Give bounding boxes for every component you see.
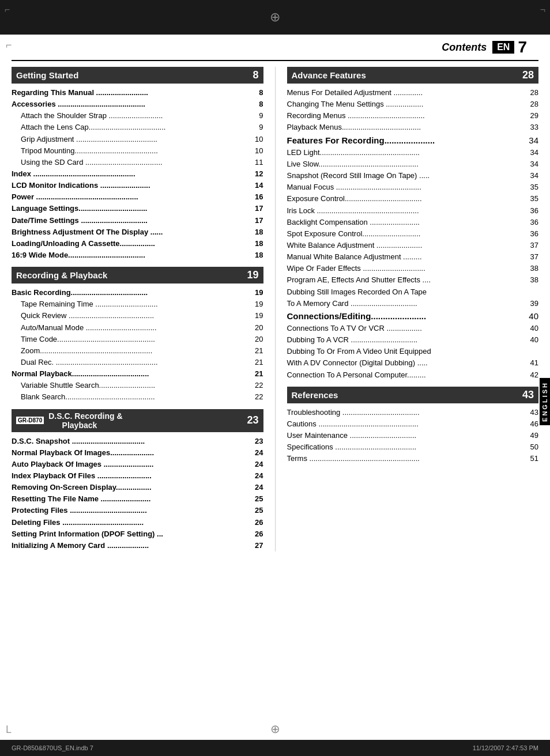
section-title-getting-started: Getting Started xyxy=(16,70,78,80)
corner-tl: ⌐ xyxy=(5,5,10,15)
toc-item: Troubleshooting ........................… xyxy=(287,407,539,418)
toc-item: Features For Recording..................… xyxy=(287,134,539,147)
toc-list-references: Troubleshooting ........................… xyxy=(287,407,539,465)
contents-header: Contents EN 7 xyxy=(12,35,538,61)
toc-list-dsc: D.S.C. Snapshot ........................… xyxy=(12,436,263,551)
toc-item: Regarding This Manual ..................… xyxy=(12,87,263,99)
section-page-recording: 19 xyxy=(247,269,258,281)
toc-item: Dubbing To A VCR .......................… xyxy=(287,334,539,346)
section-title-references: References xyxy=(292,390,338,400)
section-page-advance: 28 xyxy=(522,69,534,81)
toc-item: Blank Search............................… xyxy=(12,391,263,403)
toc-item: Terms ..................................… xyxy=(287,453,539,464)
toc-item: Index Playback Of Files ................… xyxy=(12,470,263,482)
toc-item: Snapshot (Record Still Image On Tape) ..… xyxy=(287,170,539,182)
toc-item: Auto Playback Of Images ................… xyxy=(12,459,263,470)
toc-item: Protecting Files .......................… xyxy=(12,505,263,516)
toc-item: Zoom....................................… xyxy=(12,345,263,357)
footer-bar: GR-D850&870US_EN.indb 7 11/12/2007 2:47:… xyxy=(0,740,550,756)
footer-right: 11/12/2007 2:47:53 PM xyxy=(473,744,538,751)
toc-item: Live Slow...............................… xyxy=(287,158,539,170)
toc-item: LED Light...............................… xyxy=(287,147,539,158)
left-column: Getting Started 8 Regarding This Manual … xyxy=(12,67,276,551)
toc-item: Dubbing Still Images Recorded On A Tape xyxy=(287,286,539,298)
english-side-label: ENGLISH xyxy=(540,378,550,425)
right-column: Advance Features 28 Menus For Detailed A… xyxy=(276,67,539,551)
toc-item: User Maintenance .......................… xyxy=(287,430,539,441)
toc-item: Tape Remaining Time ....................… xyxy=(12,298,263,310)
toc-list-getting-started: Regarding This Manual ..................… xyxy=(12,87,263,261)
toc-item: Iris Lock ..............................… xyxy=(287,205,539,217)
toc-item: Spot Exposure Control...................… xyxy=(287,228,539,240)
toc-item: Deleting Files .........................… xyxy=(12,517,263,528)
toc-item: Connection To A Personal Computer.......… xyxy=(287,369,539,381)
toc-list-advance: Menus For Detailed Adjustment ..........… xyxy=(287,87,539,381)
contents-title: Contents xyxy=(442,41,487,54)
toc-item: Recording Menus ........................… xyxy=(287,110,539,122)
toc-list-recording: Basic Recording.........................… xyxy=(12,287,263,403)
toc-item: Resetting The File Name ................… xyxy=(12,493,263,505)
toc-item: Quick Review ...........................… xyxy=(12,310,263,322)
toc-item: Manual Focus ...........................… xyxy=(287,182,539,193)
page-wrapper: ⌐ ⊕ ¬ ⌐ Contents EN 7 Getting Started 8 … xyxy=(0,0,550,756)
crosshair-icon: ⊕ xyxy=(270,10,280,25)
main-content: Getting Started 8 Regarding This Manual … xyxy=(0,61,550,557)
page-number: 7 xyxy=(518,38,527,56)
section-recording-playback: Recording & Playback 19 xyxy=(12,267,263,284)
section-title-dsc: D.S.C. Recording & Playback xyxy=(48,411,122,430)
corner-tr: ¬ xyxy=(540,5,545,15)
toc-item: Manual White Balance Adjustment ........… xyxy=(287,251,539,263)
toc-item: Connections To A TV Or VCR .............… xyxy=(287,323,539,334)
toc-item: Normal Playback.........................… xyxy=(12,368,263,380)
toc-item: Loading/Unloading A Cassette............… xyxy=(12,238,263,250)
reg-mark-bl: L xyxy=(6,724,12,736)
toc-item: Cautions ...............................… xyxy=(287,418,539,430)
toc-item: Attach the Shoulder Strap ..............… xyxy=(12,110,263,122)
section-dsc-recording: GR-D870 D.S.C. Recording & Playback 23 xyxy=(12,409,263,432)
toc-item: With A DV Connector (Digital Dubbing) ..… xyxy=(287,357,539,369)
toc-item: Index ..................................… xyxy=(12,168,263,180)
toc-item: Playback Menus..........................… xyxy=(287,122,539,133)
section-title-recording: Recording & Playback xyxy=(16,270,107,280)
toc-item: Time Code...............................… xyxy=(12,334,263,345)
toc-item: Brightness Adjustment Of The Display ...… xyxy=(12,226,263,238)
toc-item: Basic Recording.........................… xyxy=(12,287,263,298)
toc-item: To A Memory Card .......................… xyxy=(287,298,539,309)
toc-item: Dual Rec. ..............................… xyxy=(12,357,263,368)
toc-item: Wipe Or Fader Effects ..................… xyxy=(287,263,539,274)
reg-mark-tl: ⌐ xyxy=(6,39,12,51)
toc-item: Menus For Detailed Adjustment ..........… xyxy=(287,87,539,99)
toc-item: Tripod Mounting.........................… xyxy=(12,145,263,157)
en-badge: EN xyxy=(492,41,514,54)
toc-item: Backlight Compensation .................… xyxy=(287,217,539,228)
gr-badge: GR-D870 xyxy=(16,417,44,424)
toc-item: Program AE, Effects And Shutter Effects … xyxy=(287,274,539,286)
toc-item: Auto/Manual Mode .......................… xyxy=(12,322,263,334)
toc-item: Specifications .........................… xyxy=(287,441,539,453)
toc-item: D.S.C. Snapshot ........................… xyxy=(12,436,263,447)
toc-item: Date/Time Settings .....................… xyxy=(12,215,263,226)
toc-item: Exposure Control........................… xyxy=(287,193,539,205)
bottom-crosshair: ⊕ xyxy=(270,722,280,736)
section-getting-started: Getting Started 8 xyxy=(12,67,263,84)
section-references: References 43 xyxy=(287,387,539,403)
section-page-getting-started: 8 xyxy=(253,69,258,81)
toc-item: Using the SD Card ......................… xyxy=(12,157,263,168)
toc-item: Removing On-Screen Display..............… xyxy=(12,482,263,493)
toc-item: Power ..................................… xyxy=(12,191,263,203)
toc-item: Accessories ............................… xyxy=(12,99,263,110)
toc-item: Variable Shuttle Search.................… xyxy=(12,380,263,391)
toc-item: 16:9 Wide Mode..........................… xyxy=(12,250,263,261)
toc-item: Attach the Lens Cap.....................… xyxy=(12,122,263,133)
top-bar: ⌐ ⊕ ¬ xyxy=(0,0,550,35)
toc-item: Changing The Menu Settings .............… xyxy=(287,99,539,110)
section-page-references: 43 xyxy=(522,389,534,401)
toc-item: Setting Print Information (DPOF Setting)… xyxy=(12,528,263,540)
section-advance-features: Advance Features 28 xyxy=(287,67,539,84)
toc-item: White Balance Adjustment ...............… xyxy=(287,240,539,251)
toc-item: Initializing A Memory Card .............… xyxy=(12,540,263,551)
toc-item: Normal Playback Of Images...............… xyxy=(12,447,263,459)
section-page-dsc: 23 xyxy=(247,414,258,426)
toc-item: Dubbing To Or From A Video Unit Equipped xyxy=(287,346,539,357)
toc-item: Connections/Editing.....................… xyxy=(287,309,539,323)
